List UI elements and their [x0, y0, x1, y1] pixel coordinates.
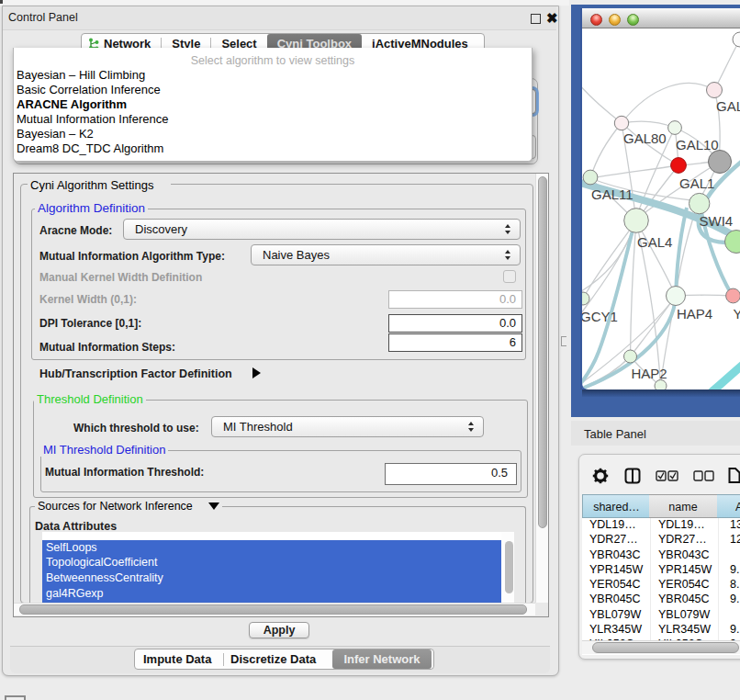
svg-text:HAP4: HAP4 — [677, 306, 712, 322]
svg-text:GCY1: GCY1 — [582, 309, 618, 324]
svg-text:HAP2: HAP2 — [632, 366, 667, 381]
svg-text:GAL7: GAL7 — [716, 98, 740, 114]
svg-text:GAL1: GAL1 — [679, 175, 714, 191]
svg-text:Y: Y — [734, 306, 740, 322]
svg-text:GAL80: GAL80 — [623, 130, 667, 146]
svg-text:SWI4: SWI4 — [700, 213, 734, 229]
svg-text:GAL11: GAL11 — [591, 186, 633, 202]
svg-text:GAL4: GAL4 — [637, 234, 672, 250]
svg-text:GAL10: GAL10 — [676, 137, 719, 152]
